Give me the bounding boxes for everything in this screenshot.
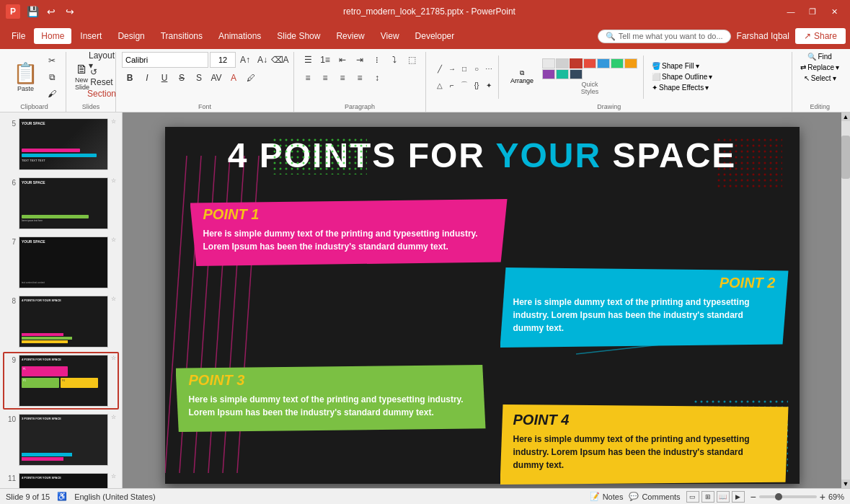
justify-button[interactable]: ≡ — [352, 70, 368, 86]
shape-effects-button[interactable]: ✦ Shape Effects ▾ — [650, 83, 714, 92]
mini-content-5: TEXT TEXT TEXT — [22, 149, 105, 162]
minimize-button[interactable]: — — [781, 4, 801, 19]
slide-thumb-5[interactable]: 5 YOUR SPACE TEXT TEXT TEXT ☆ — [3, 115, 119, 173]
slide-thumb-7[interactable]: 7 YOUR SPACE text content text content ☆ — [3, 234, 119, 291]
zoom-slider[interactable] — [759, 495, 817, 498]
shape-fill-label: Shape Fill — [662, 62, 694, 70]
select-button[interactable]: ↖ Select ▾ — [802, 74, 838, 83]
style-cell-7[interactable] — [624, 58, 637, 68]
clear-format-button[interactable]: ⌫A — [272, 52, 288, 68]
increase-indent-button[interactable]: ⇥ — [352, 52, 368, 68]
canvas-scroll[interactable]: 4 POINTS FOR YOUR SPACE POINT 1 Here is … — [123, 112, 841, 488]
menu-animations[interactable]: Animations — [211, 28, 268, 44]
scroll-up-button[interactable]: ▲ — [841, 112, 850, 121]
arrange-button[interactable]: ⧉ Arrange — [505, 66, 539, 87]
font-name-input[interactable] — [122, 52, 208, 68]
text-shadow-button[interactable]: S — [191, 70, 207, 86]
style-cell-5[interactable] — [597, 58, 610, 68]
numbering-button[interactable]: 1≡ — [317, 52, 333, 68]
style-cell-2[interactable] — [556, 58, 569, 68]
cut-button[interactable]: ✂ — [44, 53, 60, 68]
restore-button[interactable]: ❐ — [802, 4, 823, 19]
font-size-decrease-button[interactable]: A↓ — [254, 52, 270, 68]
find-button[interactable]: 🔍 Find — [805, 52, 833, 61]
paste-button[interactable]: 📋 Paste — [9, 58, 43, 95]
menu-file[interactable]: File — [4, 28, 32, 44]
right-scrollbar[interactable]: ▲ ▼ — [841, 112, 850, 488]
font-size-input[interactable] — [210, 52, 236, 68]
menu-view[interactable]: View — [373, 28, 407, 44]
zoom-in-button[interactable]: + — [820, 491, 825, 503]
highlight-button[interactable]: 🖊 — [243, 70, 259, 86]
font-color-button[interactable]: A — [226, 70, 242, 86]
columns-button[interactable]: ⫶ — [369, 52, 385, 68]
section-button[interactable]: Section — [94, 86, 110, 102]
font-size-increase-button[interactable]: A↑ — [237, 52, 253, 68]
replace-button[interactable]: ⇄ Replace ▾ — [798, 63, 841, 72]
smart-art-button[interactable]: ⬚ — [404, 52, 420, 68]
zoom-out-button[interactable]: − — [751, 491, 756, 503]
shape-fill-button[interactable]: 🪣 Shape Fill ▾ — [650, 61, 714, 71]
notes-button[interactable]: 📝 Notes — [590, 492, 624, 501]
scroll-track[interactable] — [841, 121, 850, 479]
shape-outline-button[interactable]: ⬜ Shape Outline ▾ — [650, 72, 714, 81]
layout-button[interactable]: Layout ▾ — [94, 53, 110, 68]
bullets-button[interactable]: ☰ — [300, 52, 316, 68]
slide-thumb-8[interactable]: 8 4 POINTS FOR YOUR SPACE ☆ — [3, 293, 119, 350]
slide-thumb-10[interactable]: 10 3 POINTS FOR YOUR SPACE ☆ — [3, 411, 119, 469]
menu-design[interactable]: Design — [110, 28, 151, 44]
strikethrough-button[interactable]: S — [174, 70, 190, 86]
menu-right: 🔍 Tell me what you want to do... Farshad… — [598, 28, 846, 44]
menu-insert[interactable]: Insert — [73, 28, 109, 44]
redo-button[interactable]: ↪ — [62, 4, 78, 19]
more-shapes[interactable]: ⋯ — [481, 61, 497, 76]
tell-me-input[interactable]: 🔍 Tell me what you want to do... — [598, 30, 731, 43]
align-left-button[interactable]: ≡ — [300, 70, 316, 86]
style-cell-1[interactable] — [542, 58, 555, 68]
slide-number-9: 9 — [6, 355, 16, 364]
scroll-thumb[interactable] — [841, 136, 850, 179]
decrease-indent-button[interactable]: ⇤ — [335, 52, 350, 68]
format-painter-button[interactable]: 🖌 — [44, 86, 60, 102]
slide-thumb-9[interactable]: 9 4 POINTS FOR YOUR SPACE P1 P3 P4 ☆ — [3, 352, 119, 410]
share-button[interactable]: ↗ Share — [795, 28, 846, 44]
close-button[interactable]: ✕ — [824, 4, 844, 19]
align-right-button[interactable]: ≡ — [335, 70, 350, 86]
slide-sorter-button[interactable]: ⊞ — [701, 491, 714, 503]
slide-thumb-11[interactable]: 11 4 POINTS FOR YOUR SPACE ☆ — [3, 470, 119, 488]
style-cell-10[interactable] — [570, 69, 583, 79]
reading-view-button[interactable]: 📖 — [717, 491, 730, 503]
normal-view-button[interactable]: ▭ — [686, 491, 699, 503]
slide-canvas[interactable]: 4 POINTS FOR YOUR SPACE POINT 1 Here is … — [165, 127, 800, 484]
arrange-icon: ⧉ — [520, 69, 524, 77]
slideshow-button[interactable]: ▶ — [732, 491, 745, 503]
style-cell-4[interactable] — [583, 58, 596, 68]
comments-button[interactable]: 💬 Comments — [629, 492, 680, 501]
slide-panel[interactable]: 5 YOUR SPACE TEXT TEXT TEXT ☆ 6 YOUR SPA… — [0, 112, 123, 488]
scroll-down-button[interactable]: ▼ — [841, 479, 850, 488]
italic-button[interactable]: I — [139, 70, 155, 86]
char-spacing-button[interactable]: AV — [208, 70, 224, 86]
notes-icon: 📝 — [590, 492, 600, 501]
slide-thumb-6[interactable]: 6 YOUR SPACE lorem ipsum text here ☆ — [3, 174, 119, 232]
style-cell-8[interactable] — [542, 69, 555, 79]
menu-slideshow[interactable]: Slide Show — [270, 28, 327, 44]
style-cell-3[interactable] — [570, 58, 583, 68]
bold-button[interactable]: B — [122, 70, 138, 86]
align-center-button[interactable]: ≡ — [317, 70, 333, 86]
menu-home[interactable]: Home — [34, 28, 71, 44]
menu-developer[interactable]: Developer — [408, 28, 462, 44]
star-shape[interactable]: ✦ — [481, 77, 497, 93]
line-spacing-button[interactable]: ↕ — [369, 70, 385, 86]
copy-button[interactable]: ⧉ — [44, 69, 60, 85]
underline-button[interactable]: U — [156, 70, 172, 86]
save-button[interactable]: 💾 — [25, 4, 40, 19]
point1-label: POINT 1 — [203, 206, 495, 223]
menu-transitions[interactable]: Transitions — [154, 28, 210, 44]
text-direction-button[interactable]: ⤵ — [386, 52, 402, 68]
reset-button[interactable]: ↺ Reset — [94, 69, 110, 85]
style-cell-6[interactable] — [611, 58, 624, 68]
menu-review[interactable]: Review — [329, 28, 371, 44]
undo-button[interactable]: ↩ — [43, 4, 59, 19]
style-cell-9[interactable] — [556, 69, 569, 79]
